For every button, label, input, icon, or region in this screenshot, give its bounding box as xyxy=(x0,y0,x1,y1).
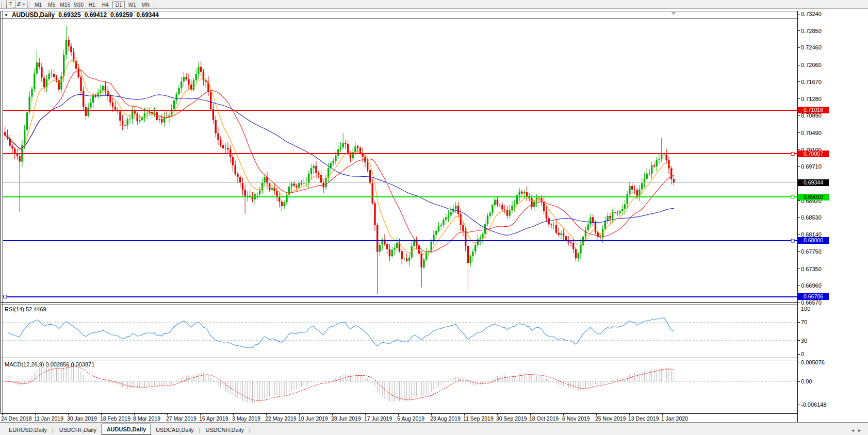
chart-title-bar: ▼ AUDUSD,Daily 0.69325 0.69412 0.69259 0… xyxy=(4,11,159,19)
chart-tabs: EURUSD,Daily|USDCHF,DailyAUDUSD,DailyUSD… xyxy=(4,424,251,435)
tab-usdchf[interactable]: USDCHF,Daily xyxy=(54,425,102,435)
date-axis[interactable] xyxy=(0,413,797,422)
chart-shift-icon xyxy=(671,12,676,15)
tab-usdcnh[interactable]: USDCNH,Daily xyxy=(201,425,249,435)
timeframe-buttons: M1M5M15M30H1H4D1W1MN xyxy=(31,0,152,9)
timeframe-button-mn[interactable]: MN xyxy=(139,1,152,8)
timeframe-button-h4[interactable]: H4 xyxy=(99,1,111,8)
quote-low: 0.69259 xyxy=(110,11,133,19)
tab-eurusd[interactable]: EURUSD,Daily xyxy=(4,425,52,435)
main-chart-canvas[interactable] xyxy=(1,19,797,302)
quote-close: 0.69344 xyxy=(136,11,158,19)
chart-tab-bar: EURUSD,Daily|USDCHF,DailyAUDUSD,DailyUSD… xyxy=(0,423,868,435)
terminal-window: T ⇵ ▾ M1M5M15M30H1H4D1W1MN ▼ AUDUSD,Dail… xyxy=(0,0,868,435)
timeframe-button-m5[interactable]: M5 xyxy=(45,1,58,8)
collapse-icon[interactable]: ▼ xyxy=(4,13,8,18)
quote-open: 0.69325 xyxy=(58,11,80,19)
quote-high: 0.69412 xyxy=(85,11,107,19)
chevron-down-icon[interactable]: ▾ xyxy=(23,2,25,7)
toolbar-grip[interactable] xyxy=(2,1,4,8)
scroll-left-icon[interactable]: ◂ xyxy=(851,427,858,433)
tab-scroll-arrows: ◂▸ xyxy=(851,427,865,433)
tab-usdcad[interactable]: USDCAD,Daily xyxy=(151,425,199,435)
timeframe-button-d1[interactable]: D1 xyxy=(112,1,125,8)
tab-separator: | xyxy=(249,425,251,435)
symbol-title: AUDUSD,Daily xyxy=(12,11,55,19)
timeframe-button-h1[interactable]: H1 xyxy=(86,1,98,8)
timeframe-button-m15[interactable]: M15 xyxy=(59,1,71,8)
macd-panel-canvas[interactable] xyxy=(1,360,797,413)
toolbar-grip[interactable] xyxy=(154,1,156,8)
scroll-right-icon[interactable]: ▸ xyxy=(858,427,865,433)
timeframe-button-w1[interactable]: W1 xyxy=(126,1,138,8)
price-axis[interactable] xyxy=(797,11,868,422)
toolbar-grip[interactable] xyxy=(27,1,30,8)
text-tool-button[interactable]: T xyxy=(6,1,15,8)
toolbar: T ⇵ ▾ M1M5M15M30H1H4D1W1MN xyxy=(0,0,868,9)
cycle-symbols-icon[interactable]: ⇵ xyxy=(17,1,21,8)
tab-audusd[interactable]: AUDUSD,Daily xyxy=(102,424,151,435)
rsi-panel-canvas[interactable] xyxy=(1,305,797,358)
timeframe-button-m30[interactable]: M30 xyxy=(72,1,85,8)
timeframe-button-m1[interactable]: M1 xyxy=(32,1,44,8)
